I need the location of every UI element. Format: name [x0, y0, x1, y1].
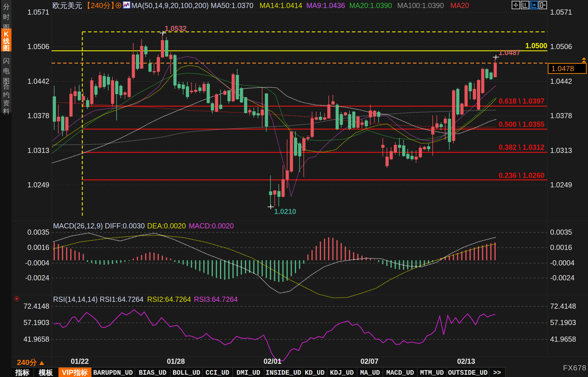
svg-text:02/01: 02/01	[264, 357, 282, 365]
svg-text:KDJ_UD: KDJ_UD	[330, 369, 354, 377]
svg-text:BIAS_UD: BIAS_UD	[139, 369, 167, 377]
svg-text:72.4148: 72.4148	[24, 302, 49, 310]
svg-text:闪电图: 闪电图	[3, 57, 10, 85]
svg-text:1.0478: 1.0478	[551, 64, 574, 73]
svg-text:BOLL_UD: BOLL_UD	[173, 369, 200, 377]
svg-text:K线图: K线图	[3, 30, 10, 52]
svg-text:RSI3:64.7264: RSI3:64.7264	[194, 295, 238, 303]
svg-text:72.4148: 72.4148	[550, 302, 576, 310]
svg-text:MA20:1.0390: MA20:1.0390	[349, 1, 392, 9]
svg-text:-0.0004: -0.0004	[25, 259, 49, 267]
svg-text:1.0210: 1.0210	[274, 207, 296, 215]
svg-text:1.0442: 1.0442	[28, 77, 49, 85]
svg-text:MA_UD: MA_UD	[360, 369, 380, 377]
svg-text:0.236 \ 1.0260: 0.236 \ 1.0260	[499, 171, 544, 179]
svg-text:1.0378: 1.0378	[28, 112, 49, 120]
svg-text:240分: 240分	[17, 358, 37, 367]
svg-text:1.0313: 1.0313	[550, 146, 572, 154]
svg-text:0.0016: 0.0016	[550, 243, 572, 251]
svg-text:41.9658: 41.9658	[24, 335, 49, 343]
svg-text:OUTSIDE_UD: OUTSIDE_UD	[448, 369, 488, 377]
svg-text:1.0506: 1.0506	[28, 42, 49, 50]
svg-text:CCI_UD: CCI_UD	[206, 369, 229, 377]
svg-text:【240分】: 【240分】	[83, 1, 118, 10]
svg-text:模板: 模板	[38, 368, 53, 376]
svg-text:41.9658: 41.9658	[550, 335, 576, 343]
svg-text:MACD_UD: MACD_UD	[386, 369, 414, 377]
svg-text:MA100:1.0390: MA100:1.0390	[397, 1, 444, 9]
svg-text:DEA:0.0020: DEA:0.0020	[147, 222, 186, 230]
svg-text:1.0487: 1.0487	[499, 48, 520, 57]
svg-text:指标: 指标	[15, 368, 30, 376]
svg-text:MA20: MA20	[450, 1, 469, 9]
svg-text:MTM_UD: MTM_UD	[420, 369, 444, 377]
svg-text:01/28: 01/28	[167, 357, 185, 365]
svg-text:1.0532: 1.0532	[165, 24, 186, 32]
svg-text:欧元美元: 欧元美元	[52, 1, 82, 10]
svg-text:-0.0004: -0.0004	[550, 259, 575, 267]
svg-text:MACD(26,12,9) DIFF:0.0030: MACD(26,12,9) DIFF:0.0030	[53, 222, 145, 230]
svg-text:-0.0024: -0.0024	[550, 274, 575, 282]
svg-text:02/07: 02/07	[361, 357, 379, 365]
svg-text:0.0016: 0.0016	[28, 243, 49, 251]
svg-text:KD_UD: KD_UD	[305, 369, 324, 377]
svg-text:1.0249: 1.0249	[28, 181, 49, 189]
svg-text:>>: >>	[493, 369, 501, 377]
svg-text:1.0571: 1.0571	[28, 8, 49, 16]
svg-text:1.0506: 1.0506	[550, 42, 572, 50]
svg-text:BARUPDN_UD: BARUPDN_UD	[93, 369, 133, 377]
svg-text:MA9:1.0436: MA9:1.0436	[306, 1, 345, 9]
svg-text:02/13: 02/13	[457, 357, 475, 365]
svg-text:0.0035: 0.0035	[28, 228, 49, 236]
svg-text:RSI(14,14,14) RSI1:64.7264: RSI(14,14,14) RSI1:64.7264	[53, 295, 144, 303]
svg-text:1.0500: 1.0500	[525, 42, 547, 50]
svg-text:0.618 \ 1.0397: 0.618 \ 1.0397	[499, 97, 544, 105]
svg-text:RSI2:64.7264: RSI2:64.7264	[147, 295, 191, 303]
svg-text:分时图: 分时图	[3, 3, 10, 31]
svg-text:1.0571: 1.0571	[550, 8, 572, 16]
svg-text:0.0035: 0.0035	[550, 228, 572, 236]
svg-text:1.0249: 1.0249	[550, 181, 572, 189]
svg-text:-0.0024: -0.0024	[25, 274, 49, 282]
svg-text:MACD:0.0020: MACD:0.0020	[189, 222, 234, 230]
svg-text:MA14:1.0414: MA14:1.0414	[260, 1, 302, 9]
svg-text:MA(50,14,9,20,100,200) MA50:1.: MA(50,14,9,20,100,200) MA50:1.0370	[131, 1, 253, 9]
svg-text:1.0378: 1.0378	[550, 112, 572, 120]
svg-text:1.0442: 1.0442	[550, 77, 572, 85]
svg-text:0.382 \ 1.0312: 0.382 \ 1.0312	[499, 143, 544, 151]
svg-text:VIP指标: VIP指标	[62, 368, 88, 376]
svg-text:0.500 \ 1.0355: 0.500 \ 1.0355	[499, 120, 544, 128]
svg-text:DMI_UD: DMI_UD	[237, 369, 260, 377]
svg-text:FX678: FX678	[563, 364, 587, 372]
svg-text:57.1903: 57.1903	[24, 318, 49, 327]
svg-text:01/22: 01/22	[71, 357, 89, 365]
svg-text:INSIDE_UD: INSIDE_UD	[266, 369, 301, 377]
svg-text:57.1903: 57.1903	[550, 318, 576, 327]
svg-text:1.0313: 1.0313	[28, 146, 49, 154]
